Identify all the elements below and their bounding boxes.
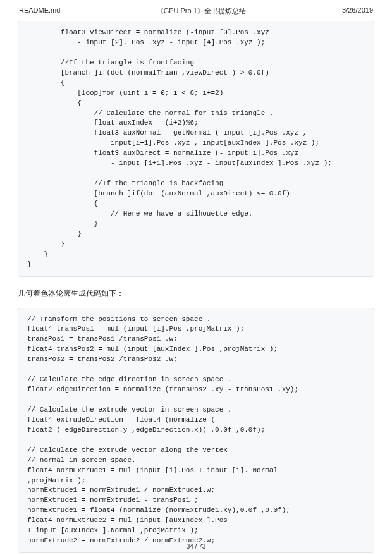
page-footer: 34 / 73 [0, 543, 392, 550]
prose-text-1: 几何着色器轮廓生成代码如下： [18, 288, 374, 299]
date-label: 3/26/2019 [342, 6, 373, 14]
document-title: 《GPU Pro 1》全书提炼总结 [157, 6, 246, 16]
page-number: 34 / 73 [187, 543, 206, 550]
code-block-2: // Transform the positions to screen spa… [18, 308, 374, 554]
code-block-1: float3 viewDirect = normalize (-input [0… [18, 21, 374, 277]
page-header: README.md 《GPU Pro 1》全书提炼总结 3/26/2019 [0, 0, 392, 21]
filename-label: README.md [19, 6, 60, 14]
content-area: float3 viewDirect = normalize (-input [0… [0, 21, 392, 553]
